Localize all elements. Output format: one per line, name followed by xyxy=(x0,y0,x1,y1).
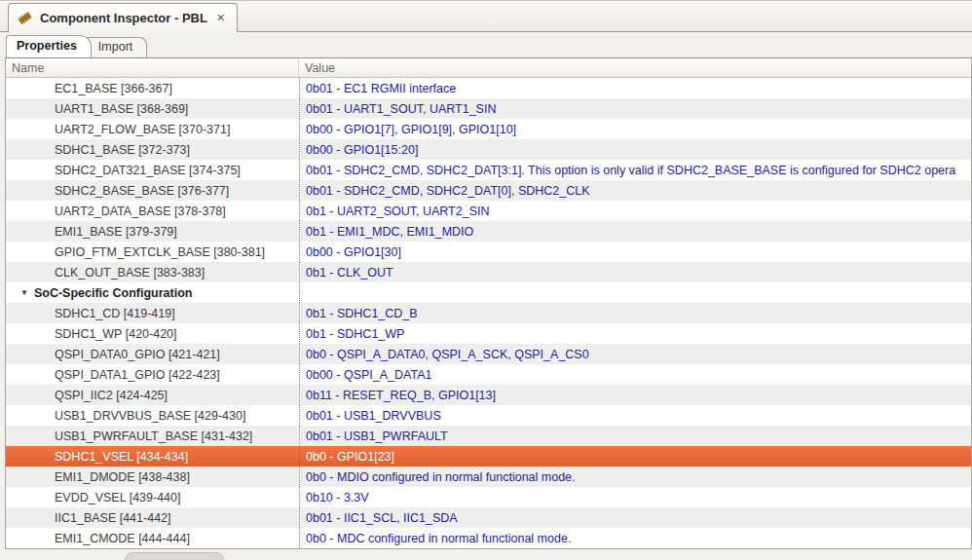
table-row[interactable]: EMI1_BASE [379-379] 0b1 - EMI1_MDC, EMI1… xyxy=(6,221,971,242)
property-value: 0b11 - RESET_REQ_B, GPIO1[13] xyxy=(306,389,496,402)
property-name: EC1_BASE [366-367] xyxy=(55,82,172,95)
property-name-cell: QSPI_DATA0_GPIO [421-421] xyxy=(6,344,299,364)
table-row[interactable]: EMI1_CMODE [444-444] 0b0 - MDC configure… xyxy=(6,528,971,548)
bottom-panel-strip xyxy=(0,549,972,560)
view-tab-component-inspector[interactable]: Component Inspector - PBL ✕ xyxy=(8,3,238,32)
property-value: 0b1 - CLK_OUT xyxy=(306,266,393,280)
property-value-cell: 0b1 - UART2_SOUT, UART2_SIN xyxy=(299,201,971,221)
property-value-cell: 0b01 - SDHC2_CMD, SDHC2_DAT[3:1]. This o… xyxy=(299,160,971,180)
table-row[interactable]: IIC1_BASE [441-442] 0b01 - IIC1_SCL, IIC… xyxy=(6,507,971,528)
property-name-cell: GPIO_FTM_EXTCLK_BASE [380-381] xyxy=(6,242,299,262)
property-name-cell: USB1_DRVVBUS_BASE [429-430] xyxy=(6,405,299,426)
property-value-cell: 0b1 - SDHC1_WP xyxy=(299,323,971,344)
property-name: QSPI_DATA1_GPIO [422-423] xyxy=(55,368,220,382)
property-value-cell: 0b1 - SDHC1_CD_B xyxy=(299,303,971,323)
close-icon[interactable]: ✕ xyxy=(214,11,227,25)
property-name: IIC1_BASE [441-442] xyxy=(55,511,171,525)
table-row[interactable]: ▼ SoC-Specific Configuration xyxy=(6,282,971,303)
property-name: SDHC1_BASE [372-373] xyxy=(55,143,190,157)
property-value-cell: 0b11 - RESET_REQ_B, GPIO1[13] xyxy=(299,385,971,405)
property-name-cell: SDHC1_WP [420-420] xyxy=(6,323,299,344)
table-row[interactable]: SDHC1_VSEL [434-434] 0b0 - GPIO1[23] xyxy=(6,446,971,467)
property-value-cell: 0b0 - MDIO configured in normal function… xyxy=(299,467,971,487)
property-value-cell: 0b0 - GPIO1[23] xyxy=(299,446,971,467)
property-value: 0b01 - UART1_SOUT, UART1_SIN xyxy=(306,102,496,116)
property-value: 0b01 - SDHC2_CMD, SDHC2_DAT[0], SDHC2_CL… xyxy=(306,184,590,198)
property-value-cell: 0b00 - GPIO1[7], GPIO1[9], GPIO1[10] xyxy=(299,119,971,139)
property-name: UART2_FLOW_BASE [370-371] xyxy=(55,123,230,136)
property-name-cell: IIC1_BASE [441-442] xyxy=(6,507,299,528)
property-name-cell: UART2_FLOW_BASE [370-371] xyxy=(6,119,299,139)
table-row[interactable]: QSPI_DATA0_GPIO [421-421] 0b0 - QSPI_A_D… xyxy=(6,344,971,364)
table-row[interactable]: UART2_FLOW_BASE [370-371] 0b00 - GPIO1[7… xyxy=(6,119,971,139)
property-value: 0b01 - USB1_PWRFAULT xyxy=(306,429,448,443)
property-name-cell: EVDD_VSEL [439-440] xyxy=(6,487,299,507)
group-expand-arrow-icon: ▼ xyxy=(20,289,28,297)
tab-import-label: Import xyxy=(98,40,132,54)
table-row[interactable]: QSPI_IIC2 [424-425] 0b11 - RESET_REQ_B, … xyxy=(6,385,971,405)
property-name: QSPI_IIC2 [424-425] xyxy=(55,389,168,402)
property-name-cell: ▼ SoC-Specific Configuration xyxy=(6,282,299,303)
property-value-cell: 0b01 - USB1_PWRFAULT xyxy=(299,426,971,446)
property-value: 0b00 - QSPI_A_DATA1 xyxy=(306,368,431,382)
property-value: 0b10 - 3.3V xyxy=(306,491,369,504)
property-value: 0b0 - GPIO1[23] xyxy=(306,450,394,464)
column-header-name[interactable]: Name xyxy=(6,58,299,77)
view-tab-title: Component Inspector - PBL xyxy=(40,11,207,25)
table-row[interactable]: SDHC2_BASE_BASE [376-377] 0b01 - SDHC2_C… xyxy=(6,180,971,201)
property-name: EMI1_DMODE [438-438] xyxy=(55,470,190,484)
tab-import[interactable]: Import xyxy=(88,37,147,57)
collapsed-panel-tab[interactable] xyxy=(125,552,224,560)
table-row[interactable]: CLK_OUT_BASE [383-383] 0b1 - CLK_OUT xyxy=(6,262,971,282)
property-name: SDHC1_WP [420-420] xyxy=(55,327,177,341)
property-name-cell: EMI1_BASE [379-379] xyxy=(6,221,299,242)
property-name-cell: SDHC2_DAT321_BASE [374-375] xyxy=(6,160,299,180)
property-value-cell: 0b1 - CLK_OUT xyxy=(299,262,971,282)
property-value: 0b01 - SDHC2_CMD, SDHC2_DAT[3:1]. This o… xyxy=(306,164,955,177)
property-name: SDHC2_DAT321_BASE [374-375] xyxy=(55,164,241,177)
property-value-cell: 0b01 - SDHC2_CMD, SDHC2_DAT[0], SDHC2_CL… xyxy=(299,180,971,201)
property-value: 0b1 - SDHC1_WP xyxy=(306,327,404,341)
table-row[interactable]: UART2_DATA_BASE [378-378] 0b1 - UART2_SO… xyxy=(6,201,971,221)
property-value-cell: 0b01 - EC1 RGMII interface xyxy=(299,78,971,98)
property-name-cell: QSPI_IIC2 [424-425] xyxy=(6,385,299,405)
property-value-cell: 0b10 - 3.3V xyxy=(299,487,971,507)
inner-tab-bar: Properties Import xyxy=(0,32,972,57)
table-row[interactable]: SDHC2_DAT321_BASE [374-375] 0b01 - SDHC2… xyxy=(6,160,971,180)
property-value: 0b01 - EC1 RGMII interface xyxy=(306,82,456,95)
property-name-cell: SDHC1_VSEL [434-434] xyxy=(6,446,299,467)
table-row[interactable]: QSPI_DATA1_GPIO [422-423] 0b00 - QSPI_A_… xyxy=(6,364,971,385)
property-value-cell: 0b0 - MDC configured in normal functiona… xyxy=(299,528,971,548)
property-name-cell: UART1_BASE [368-369] xyxy=(6,98,299,119)
table-row[interactable]: UART1_BASE [368-369] 0b01 - UART1_SOUT, … xyxy=(6,98,971,119)
table-row[interactable]: SDHC1_BASE [372-373] 0b00 - GPIO1[15:20] xyxy=(6,139,971,160)
property-name: SoC-Specific Configuration xyxy=(34,286,193,300)
property-value: 0b1 - SDHC1_CD_B xyxy=(306,307,418,320)
property-value-cell xyxy=(299,282,971,303)
table-body: EC1_BASE [366-367] 0b01 - EC1 RGMII inte… xyxy=(6,78,971,548)
table-row[interactable]: EVDD_VSEL [439-440] 0b10 - 3.3V xyxy=(6,487,971,507)
table-row[interactable]: EC1_BASE [366-367] 0b01 - EC1 RGMII inte… xyxy=(6,78,971,98)
property-name-cell: SDHC1_BASE [372-373] xyxy=(6,139,299,160)
table-row[interactable]: USB1_PWRFAULT_BASE [431-432] 0b01 - USB1… xyxy=(6,426,971,446)
property-name: SDHC1_CD [419-419] xyxy=(55,307,175,320)
property-name: CLK_OUT_BASE [383-383] xyxy=(55,266,205,280)
table-row[interactable]: USB1_DRVVBUS_BASE [429-430] 0b01 - USB1_… xyxy=(6,405,971,426)
tab-properties[interactable]: Properties xyxy=(6,35,92,57)
property-value: 0b0 - MDIO configured in normal function… xyxy=(306,470,576,484)
table-row[interactable]: GPIO_FTM_EXTCLK_BASE [380-381] 0b00 - GP… xyxy=(6,242,971,262)
table-row[interactable]: SDHC1_WP [420-420] 0b1 - SDHC1_WP xyxy=(6,323,971,344)
property-name: UART1_BASE [368-369] xyxy=(55,102,188,116)
property-name: UART2_DATA_BASE [378-378] xyxy=(55,205,226,218)
column-header-value[interactable]: Value xyxy=(299,58,971,77)
property-value-cell: 0b00 - GPIO1[30] xyxy=(299,242,971,262)
property-value-cell: 0b01 - USB1_DRVVBUS xyxy=(299,405,971,426)
property-name: EMI1_CMODE [444-444] xyxy=(55,532,190,545)
table-row[interactable]: SDHC1_CD [419-419] 0b1 - SDHC1_CD_B xyxy=(6,303,971,323)
view-tab-bar: Component Inspector - PBL ✕ xyxy=(0,0,972,32)
property-name: USB1_DRVVBUS_BASE [429-430] xyxy=(55,409,245,423)
property-value-cell: 0b01 - UART1_SOUT, UART1_SIN xyxy=(299,98,971,119)
table-row[interactable]: EMI1_DMODE [438-438] 0b0 - MDIO configur… xyxy=(6,467,971,487)
property-name: EMI1_BASE [379-379] xyxy=(55,225,177,239)
property-value: 0b1 - UART2_SOUT, UART2_SIN xyxy=(306,205,490,218)
